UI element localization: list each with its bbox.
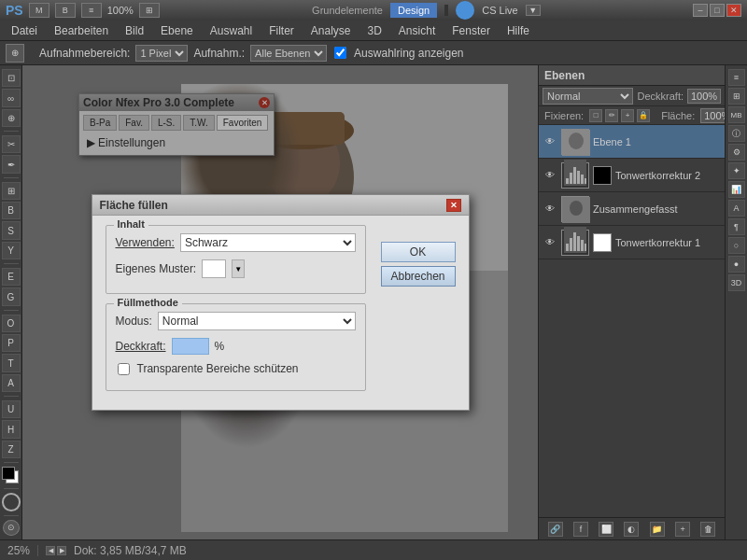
menu-analyse[interactable]: Analyse bbox=[303, 22, 359, 39]
layer-name-tonwert2: Tonwertkorrektur 2 bbox=[615, 170, 721, 181]
new-layer-button[interactable]: + bbox=[675, 522, 690, 537]
cs-live-icon[interactable] bbox=[456, 1, 474, 20]
tool-hand[interactable]: H bbox=[2, 420, 21, 438]
right-icon-3d[interactable]: 3D bbox=[728, 274, 745, 291]
tool-eraser[interactable]: E bbox=[2, 268, 21, 286]
eye-icon-ebene1[interactable]: 👁 bbox=[543, 134, 557, 149]
menu-bearbeiten[interactable]: Bearbeiten bbox=[47, 22, 116, 39]
lock-all-icon[interactable]: 🔒 bbox=[637, 109, 650, 122]
menu-ebene[interactable]: Ebene bbox=[153, 22, 201, 39]
aufnahmebereich-label: Aufnahmebereich: bbox=[39, 47, 130, 60]
tool-healing[interactable]: ⊞ bbox=[2, 182, 21, 200]
tool-dodge[interactable]: O bbox=[2, 315, 21, 332]
tool-brush[interactable]: B bbox=[2, 202, 21, 219]
menu-bild[interactable]: Bild bbox=[118, 22, 151, 39]
menu-fenster[interactable]: Fenster bbox=[444, 22, 498, 39]
deckkraft-input[interactable]: 100 bbox=[172, 338, 209, 355]
dialog-overlay: Fläche füllen ✕ Inhalt Verwenden: Schwar bbox=[22, 65, 538, 539]
tool-text[interactable]: T bbox=[2, 354, 21, 371]
muster-swatch[interactable] bbox=[202, 259, 226, 278]
layer-item-tonwert1[interactable]: 👁 Tonwertkorrektur 1 bbox=[539, 226, 725, 259]
close-button[interactable]: ✕ bbox=[726, 4, 741, 17]
title-icon-3[interactable]: ≡ bbox=[81, 3, 102, 18]
svg-rect-19 bbox=[566, 244, 569, 251]
menu-filter[interactable]: Filter bbox=[261, 22, 302, 39]
right-icon-expand[interactable]: ≡ bbox=[728, 69, 745, 86]
tool-zoom[interactable]: Z bbox=[2, 441, 21, 458]
aufnahmebereich-select[interactable]: 1 Pixel bbox=[135, 45, 188, 62]
lock-paint-icon[interactable]: ✏ bbox=[605, 109, 618, 122]
right-icon-sphere[interactable]: ● bbox=[728, 256, 745, 273]
create-adjustment-button[interactable]: ◐ bbox=[624, 522, 639, 537]
add-mask-button[interactable]: ⬜ bbox=[599, 522, 613, 537]
dropdown-icon[interactable]: ▼ bbox=[526, 5, 541, 16]
ok-button[interactable]: OK bbox=[381, 242, 456, 262]
menu-datei[interactable]: Datei bbox=[4, 22, 45, 39]
minimize-button[interactable]: – bbox=[693, 4, 708, 17]
right-icon-grid[interactable]: ⊞ bbox=[728, 88, 745, 105]
right-icon-settings[interactable]: ⚙ bbox=[728, 144, 745, 161]
verwenden-select[interactable]: Schwarz Weiß Farbe Hintergrundfarbe Verl… bbox=[180, 233, 356, 252]
auswahlring-checkbox[interactable] bbox=[334, 47, 346, 59]
prev-frame-btn[interactable]: ◀ bbox=[46, 546, 55, 555]
design-button[interactable]: Design bbox=[390, 3, 437, 18]
title-icon-2[interactable]: B bbox=[55, 3, 76, 18]
eye-icon-tonwert1[interactable]: 👁 bbox=[543, 235, 557, 250]
tool-marquee[interactable]: ⊡ bbox=[2, 69, 21, 87]
opacity-input[interactable] bbox=[687, 89, 721, 104]
tool-path[interactable]: A bbox=[2, 374, 21, 392]
next-frame-btn[interactable]: ▶ bbox=[57, 546, 66, 555]
svg-rect-23 bbox=[581, 240, 584, 251]
tool-shape[interactable]: U bbox=[2, 400, 21, 418]
menu-ansicht[interactable]: Ansicht bbox=[391, 22, 443, 39]
blend-mode-select[interactable]: Normal bbox=[543, 88, 633, 105]
layer-item-zusammen[interactable]: 👁 Zusammengefasst bbox=[539, 192, 725, 226]
mask-button[interactable] bbox=[2, 493, 21, 511]
abbrechen-button[interactable]: Abbrechen bbox=[381, 266, 456, 287]
tool-crop[interactable]: ✂ bbox=[2, 135, 21, 153]
menu-auswahl[interactable]: Auswahl bbox=[203, 22, 260, 39]
right-icon-text-a[interactable]: A bbox=[728, 200, 745, 217]
maximize-button[interactable]: □ bbox=[710, 4, 725, 17]
create-group-button[interactable]: 📁 bbox=[650, 522, 665, 537]
tool-icon-crosshair[interactable]: ⊕ bbox=[6, 44, 24, 63]
tool-separator-7 bbox=[4, 488, 19, 489]
tool-clone[interactable]: S bbox=[2, 221, 21, 239]
tool-pen[interactable]: P bbox=[2, 334, 21, 352]
tool-gradient[interactable]: G bbox=[2, 287, 21, 305]
transparent-checkbox[interactable] bbox=[118, 363, 130, 375]
right-icon-paragraph[interactable]: ¶ bbox=[728, 218, 745, 235]
menu-hilfe[interactable]: Hilfe bbox=[500, 22, 537, 39]
eye-icon-zusammen[interactable]: 👁 bbox=[543, 202, 557, 217]
fg-color-swatch bbox=[2, 467, 15, 480]
modus-select[interactable]: Normal Aufhellen Abdunkeln Multipliziere… bbox=[158, 312, 356, 330]
tool-history-brush[interactable]: Y bbox=[2, 242, 21, 259]
color-swatches[interactable] bbox=[2, 467, 21, 484]
inhalt-group: Inhalt Verwenden: Schwarz Weiß Farbe Hin… bbox=[106, 225, 366, 294]
right-icon-compass[interactable]: ✦ bbox=[728, 162, 745, 179]
aufnahm-select[interactable]: Alle Ebenen bbox=[250, 45, 327, 62]
tool-lasso[interactable]: ∞ bbox=[2, 89, 21, 106]
delete-layer-button[interactable]: 🗑 bbox=[700, 522, 715, 537]
lock-move-icon[interactable]: + bbox=[621, 109, 634, 122]
layer-item-ebene1[interactable]: 👁 Ebene 1 bbox=[539, 125, 725, 159]
layer-item-tonwert2[interactable]: 👁 Tonwertkorrektur 2 bbox=[539, 159, 725, 192]
right-icon-circle[interactable]: ○ bbox=[728, 237, 745, 254]
dialog-close-button[interactable]: ✕ bbox=[446, 199, 461, 212]
right-icon-histogram-small[interactable]: 📊 bbox=[728, 181, 745, 198]
right-icon-mb[interactable]: MB bbox=[728, 106, 745, 123]
muster-dropdown-btn[interactable]: ▼ bbox=[232, 259, 245, 278]
menu-3d[interactable]: 3D bbox=[360, 22, 389, 39]
eye-icon-tonwert2[interactable]: 👁 bbox=[543, 168, 557, 183]
svg-point-8 bbox=[569, 133, 584, 149]
right-icon-info[interactable]: ⓘ bbox=[728, 125, 745, 142]
lock-transparent-icon[interactable]: □ bbox=[589, 109, 602, 122]
link-layers-button[interactable]: 🔗 bbox=[548, 522, 563, 537]
screen-mode-button[interactable]: ⊙ bbox=[3, 520, 20, 536]
tool-eyedropper[interactable]: ✒ bbox=[2, 155, 21, 173]
zoom-display: 100% bbox=[107, 5, 134, 16]
tool-magic-wand[interactable]: ⊕ bbox=[2, 109, 21, 127]
add-style-button[interactable]: f bbox=[573, 522, 588, 537]
title-icon-1[interactable]: M bbox=[29, 3, 49, 18]
title-icon-4[interactable]: ⊞ bbox=[139, 3, 160, 18]
